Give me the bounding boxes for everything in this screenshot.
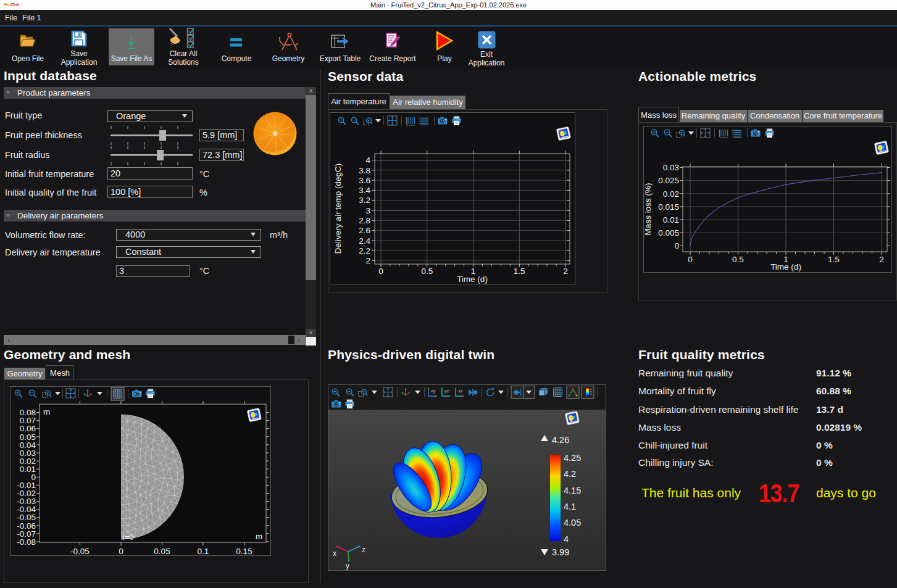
- svg-text:4: 4: [365, 155, 370, 165]
- svg-text:r=0: r=0: [122, 533, 133, 542]
- svg-text:0.005: 0.005: [658, 228, 679, 238]
- svg-text:xy: xy: [431, 388, 436, 394]
- svg-text:3: 3: [365, 206, 370, 215]
- svg-text:0.1: 0.1: [198, 547, 209, 556]
- svg-text:-0.07: -0.07: [17, 529, 36, 539]
- svg-text:y: y: [346, 561, 349, 570]
- svg-text:0.03: 0.03: [663, 163, 679, 172]
- svg-text:Delivery air temp (degC): Delivery air temp (degC): [333, 164, 343, 254]
- svg-text:Time (d): Time (d): [457, 275, 488, 284]
- svg-text:0: 0: [119, 547, 123, 556]
- svg-text:0.015: 0.015: [658, 202, 679, 212]
- svg-text:2: 2: [365, 256, 370, 265]
- svg-text:0.5: 0.5: [732, 255, 744, 264]
- svg-text:0.07: 0.07: [20, 416, 36, 425]
- svg-text:0.08: 0.08: [20, 408, 36, 417]
- svg-text:0.05: 0.05: [154, 547, 170, 556]
- svg-text:2: 2: [879, 255, 884, 264]
- svg-text:3.8: 3.8: [359, 166, 370, 175]
- svg-text:2: 2: [563, 267, 568, 276]
- svg-text:-0.04: -0.04: [17, 505, 36, 514]
- svg-text:0.5: 0.5: [421, 267, 433, 276]
- svg-text:xz: xz: [458, 388, 463, 394]
- svg-text:0.05: 0.05: [20, 433, 36, 442]
- svg-text:2.4: 2.4: [359, 236, 370, 246]
- svg-text:3.4: 3.4: [359, 186, 370, 195]
- svg-text:yz: yz: [444, 388, 449, 394]
- svg-text:0: 0: [31, 473, 36, 482]
- svg-text:0.01: 0.01: [663, 215, 679, 225]
- svg-text:-0.08: -0.08: [17, 537, 36, 547]
- svg-text:-0.06: -0.06: [17, 521, 36, 531]
- svg-text:1.5: 1.5: [514, 267, 525, 276]
- svg-text:2.8: 2.8: [359, 216, 370, 225]
- svg-text:2.2: 2.2: [359, 246, 370, 255]
- svg-text:z: z: [362, 545, 365, 554]
- svg-text:3.99: 3.99: [552, 547, 569, 557]
- svg-text:m: m: [43, 407, 50, 416]
- svg-text:0.15: 0.15: [236, 547, 252, 556]
- svg-text:3.6: 3.6: [359, 176, 370, 185]
- svg-text:1.5: 1.5: [828, 255, 840, 264]
- svg-text:4.26: 4.26: [552, 435, 569, 445]
- svg-text:-0.05: -0.05: [17, 513, 36, 522]
- svg-text:4.25: 4.25: [564, 453, 581, 463]
- svg-text:0.06: 0.06: [20, 424, 36, 433]
- svg-text:4.15: 4.15: [564, 486, 581, 495]
- svg-text:0: 0: [378, 267, 383, 276]
- svg-text:4.1: 4.1: [564, 502, 576, 511]
- svg-text:2.6: 2.6: [359, 226, 370, 235]
- svg-text:3.2: 3.2: [359, 196, 370, 205]
- svg-text:Time (d): Time (d): [770, 262, 801, 271]
- svg-text:4.2: 4.2: [564, 469, 576, 479]
- svg-text:0.02: 0.02: [20, 457, 36, 466]
- svg-text:-0.02: -0.02: [17, 489, 36, 498]
- svg-text:m: m: [256, 532, 262, 541]
- svg-text:4.05: 4.05: [564, 518, 581, 528]
- svg-text:0.025: 0.025: [658, 176, 679, 185]
- svg-text:0.03: 0.03: [20, 449, 36, 458]
- svg-text:0: 0: [674, 241, 679, 251]
- svg-text:x: x: [333, 549, 336, 558]
- svg-text:0.04: 0.04: [20, 441, 36, 450]
- svg-text:-0.03: -0.03: [17, 497, 36, 506]
- svg-text:0: 0: [688, 255, 693, 264]
- svg-text:-0.05: -0.05: [70, 547, 90, 556]
- svg-text:4: 4: [564, 534, 569, 544]
- svg-text:0.01: 0.01: [20, 465, 36, 474]
- svg-text:0.02: 0.02: [663, 189, 679, 199]
- svg-text:Mass loss (%): Mass loss (%): [643, 183, 653, 236]
- svg-text:-0.01: -0.01: [17, 481, 36, 490]
